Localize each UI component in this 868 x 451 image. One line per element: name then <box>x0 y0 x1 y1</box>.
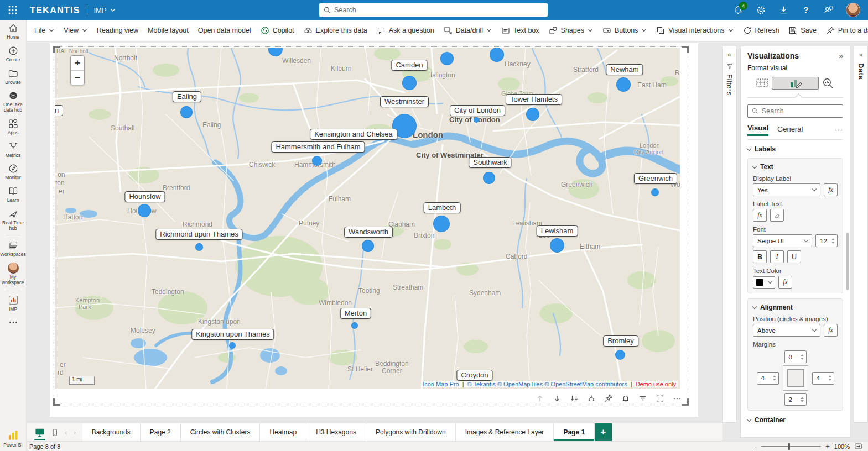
sidebar-item-realtime[interactable]: Real-Time hub <box>0 206 27 234</box>
ribbon-ask-a-question[interactable]: Ask a question <box>377 26 434 35</box>
sidebar-item-onelake[interactable]: OneLake data hub <box>0 87 27 116</box>
build-visual-icon[interactable] <box>753 75 772 91</box>
expand-filters-icon[interactable]: « <box>727 51 731 59</box>
margin-top-stepper[interactable]: 0 <box>784 350 807 363</box>
map-data-circle[interactable] <box>550 238 564 253</box>
ribbon-mobile-layout[interactable]: Mobile layout <box>148 27 189 34</box>
map-data-circle[interactable] <box>312 156 322 166</box>
zoom-out-button[interactable]: - <box>755 442 757 450</box>
bold-button[interactable]: B <box>753 250 767 263</box>
sidebar-item-learn[interactable]: Learn <box>0 183 27 206</box>
label-text-clear-button[interactable] <box>770 209 784 222</box>
sidebar-item-more[interactable] <box>0 314 27 330</box>
ribbon-save[interactable]: Save <box>788 26 817 35</box>
stepper-arrows-icon[interactable] <box>773 375 776 381</box>
desktop-view-icon[interactable] <box>34 427 45 438</box>
filters-pane-collapsed[interactable]: « Filters <box>722 46 737 423</box>
margin-left-stepper[interactable]: 4 <box>757 372 779 385</box>
label-text-fx-button[interactable]: fx <box>753 209 767 222</box>
page-tab-images-reference-layer[interactable]: Images & Reference Layer <box>456 423 554 441</box>
page-tab-page-2[interactable]: Page 2 <box>141 423 181 441</box>
settings-gear-icon[interactable] <box>755 4 766 15</box>
notifications-icon[interactable]: 4 <box>732 4 744 15</box>
sidebar-item-metrics[interactable]: Metrics <box>0 138 27 161</box>
map-data-circle[interactable] <box>351 322 358 329</box>
tab-visual[interactable]: Visual <box>747 124 768 136</box>
global-search[interactable] <box>319 3 548 17</box>
borough-label[interactable]: Greenwich <box>634 173 677 184</box>
underline-button[interactable]: U <box>787 250 801 263</box>
text-section-header[interactable]: Text <box>753 163 838 171</box>
more-options-icon[interactable]: ··· <box>835 126 843 134</box>
display-label-dropdown[interactable]: Yes <box>753 183 820 196</box>
fit-to-page-icon[interactable] <box>854 443 862 450</box>
borough-label[interactable]: City of London <box>450 105 505 116</box>
ribbon-copilot[interactable]: Copilot <box>261 26 294 35</box>
page-tab-heatmap[interactable]: Heatmap <box>260 423 306 441</box>
page-tab-backgrounds[interactable]: Backgrounds <box>82 423 141 441</box>
stepper-arrows-icon[interactable] <box>801 397 804 402</box>
ribbon-refresh[interactable]: Refresh <box>743 26 779 35</box>
format-visual-icon[interactable] <box>772 77 819 90</box>
map-data-circle[interactable] <box>138 204 151 217</box>
sidebar-item-workspaces[interactable]: Workspaces <box>0 237 27 260</box>
ribbon-pin-to-a-dashboard[interactable]: Pin to a dashboard <box>826 26 868 35</box>
container-section-header[interactable]: Container <box>747 416 843 424</box>
stepper-arrows-icon[interactable] <box>801 354 804 360</box>
map-data-circle[interactable] <box>651 188 659 196</box>
ribbon-open-data-model[interactable]: Open data model <box>198 27 251 34</box>
page-tab-h3-hexagons[interactable]: H3 Hexagons <box>306 423 366 441</box>
sidebar-item-home[interactable]: Home <box>0 20 27 43</box>
text-color-dropdown[interactable] <box>753 276 775 289</box>
borough-label[interactable]: Richmond upon Thames <box>155 229 242 240</box>
format-search-input[interactable] <box>762 107 839 115</box>
ribbon-view[interactable]: View <box>64 27 87 34</box>
zoom-in-button[interactable]: + <box>825 442 830 450</box>
map-data-circle[interactable] <box>180 106 193 118</box>
borough-label[interactable]: Bromley <box>603 335 638 347</box>
labels-section-header[interactable]: Labels <box>747 145 843 153</box>
borough-label[interactable]: Kensington and Chelsea <box>310 129 397 140</box>
stepper-arrows-icon[interactable] <box>828 375 831 381</box>
borough-label[interactable]: Ealing <box>173 91 201 102</box>
borough-label[interactable]: Lewisham <box>537 226 578 237</box>
sidebar-item-create[interactable]: Create <box>0 43 27 65</box>
sidebar-item-imp[interactable]: IMP <box>0 292 27 314</box>
zoom-slider[interactable] <box>761 446 821 447</box>
page-tab-page-1[interactable]: Page 1 <box>554 423 595 441</box>
attribution-link[interactable]: © OpenMapTiles <box>497 381 543 387</box>
panel-scrollbar[interactable] <box>846 233 849 290</box>
workspace-switcher[interactable]: IMP <box>94 6 116 14</box>
feedback-icon[interactable] <box>823 4 834 15</box>
ribbon-text-box[interactable]: Text box <box>501 26 539 35</box>
map-data-circle[interactable] <box>229 342 236 349</box>
map-data-circle[interactable] <box>440 52 454 65</box>
map-data-circle[interactable] <box>433 216 450 232</box>
app-launcher-icon[interactable] <box>0 0 25 20</box>
position-fx-button[interactable]: fx <box>824 324 838 337</box>
borough-label[interactable]: Hounslow <box>124 191 165 202</box>
map-zoom-out-button[interactable]: − <box>71 70 84 85</box>
map-data-circle[interactable] <box>474 117 479 123</box>
attribution-link[interactable]: Icon Map Pro <box>423 381 459 387</box>
attribution-link[interactable]: © Tekantis <box>467 381 496 387</box>
drill-down-icon[interactable] <box>552 394 562 403</box>
borough-label[interactable]: Hammersmith and Fulham <box>271 141 365 153</box>
ribbon-reading-view[interactable]: Reading view <box>97 27 138 34</box>
help-icon[interactable]: ? <box>801 4 812 15</box>
margin-right-stepper[interactable]: 4 <box>812 372 834 385</box>
map-data-circle[interactable] <box>615 350 625 360</box>
expand-all-icon[interactable] <box>569 394 579 403</box>
page-tab-polygons-with-drilldown[interactable]: Polygons with Drilldown <box>366 423 456 441</box>
drill-mode-icon[interactable] <box>586 394 596 403</box>
download-icon[interactable] <box>778 4 789 15</box>
map-data-circle[interactable] <box>490 48 504 62</box>
position-dropdown[interactable]: Above <box>753 324 820 337</box>
borough-label[interactable]: Lambeth <box>424 202 461 213</box>
font-size-stepper[interactable]: 12 <box>815 234 838 247</box>
map-zoom-in-button[interactable]: + <box>71 56 84 70</box>
mobile-view-icon[interactable] <box>51 427 59 438</box>
tab-general[interactable]: General <box>777 125 803 135</box>
sidebar-item-myworkspace[interactable]: My workspace <box>0 260 27 288</box>
map-data-circle[interactable] <box>362 240 374 252</box>
